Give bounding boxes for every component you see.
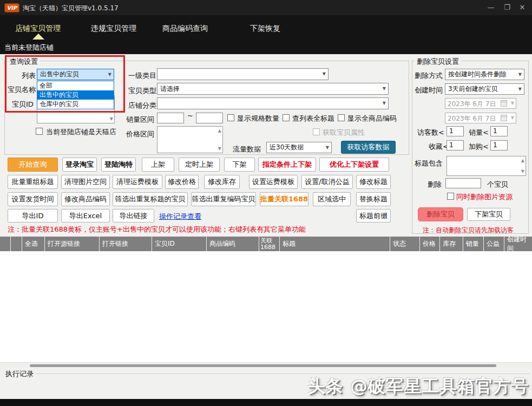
scroll-down-icon[interactable]: ▼ xyxy=(110,116,113,121)
modify-product-code-button[interactable]: 修改商品编码 xyxy=(61,192,110,206)
clean-image-space-button[interactable]: 清理图片空间 xyxy=(61,175,110,189)
delete-panel-note: 注：自动删除宝贝请先加载访客 xyxy=(423,226,514,235)
visitors-input[interactable]: 1 xyxy=(446,126,464,136)
modify-price-button[interactable]: 修改价格 xyxy=(165,175,199,189)
list-select[interactable]: 出售中的宝贝 ▼ xyxy=(37,69,114,80)
batch-rebuild-title-button[interactable]: 批量重组标题 xyxy=(8,175,58,189)
set-shipping-time-button[interactable]: 设置发货时间 xyxy=(8,192,58,206)
tab-offshelf-restore[interactable]: 下架恢复 xyxy=(250,24,280,34)
tmall-shop-checkbox[interactable] xyxy=(36,128,43,135)
chevron-down-icon: ▼ xyxy=(383,101,386,106)
table-col-sales[interactable]: 销量 xyxy=(463,237,484,251)
set-shipping-template-button[interactable]: 设置运费模板 xyxy=(249,175,298,189)
table-col-link-1688[interactable]: 关联1688 xyxy=(259,237,280,251)
traffic-range-select[interactable]: 近30天数据 ▼ xyxy=(266,142,332,153)
shelf-off-button[interactable]: 下架 xyxy=(224,158,255,172)
table-col-select-all[interactable]: 全选 xyxy=(22,237,45,251)
price-range-textarea[interactable]: ▲ ▼ xyxy=(157,126,223,153)
shop-category-select[interactable]: ▼ xyxy=(157,97,389,109)
show-spec-qty-checkbox[interactable] xyxy=(227,114,234,121)
clean-shipping-template-button[interactable]: 清理运费模板 xyxy=(113,175,162,189)
date-from-picker[interactable]: 2023年 6月 7日 ▼ xyxy=(445,98,516,109)
operation-log-link[interactable]: 操作记录查看 xyxy=(159,212,201,221)
tab-product-code-query[interactable]: 商品编码查询 xyxy=(162,24,208,34)
table-header: 全选 打开源链接 打开链接 宝贝ID 商品编码 关联1688 标题 状态 价格 … xyxy=(0,237,532,251)
price-range-label: 价格区间 xyxy=(126,129,154,139)
delete-images-checkbox[interactable] xyxy=(447,193,454,200)
vip-badge-icon: VIP xyxy=(4,3,19,12)
chevron-down-icon: ▼ xyxy=(511,101,514,106)
table-col-charity[interactable]: 公益 xyxy=(484,237,504,251)
chevron-down-icon: ▼ xyxy=(518,86,522,91)
scroll-up-icon[interactable]: ▲ xyxy=(218,128,221,133)
modify-title-button[interactable]: 修改标题 xyxy=(356,175,391,189)
dropdown-option-warehouse[interactable]: 仓库中的宝贝 xyxy=(37,100,114,109)
timed-shelf-on-button[interactable]: 定时上架 xyxy=(179,158,220,172)
get-visitor-data-button[interactable]: 获取访客数据 xyxy=(341,141,396,154)
delete-items-button[interactable]: 删除宝贝 xyxy=(418,207,463,221)
close-icon[interactable]: ✕ xyxy=(516,2,529,13)
title-prefix-button[interactable]: 标题前缀 xyxy=(356,209,391,222)
table-col-item-id[interactable]: 宝贝ID xyxy=(152,237,207,251)
start-query-button[interactable]: 开始查询 xyxy=(8,158,58,172)
sales-input[interactable]: 1 xyxy=(490,126,508,136)
favorites-label: 收藏< xyxy=(429,142,449,152)
cart-input[interactable]: 1 xyxy=(490,140,508,150)
batch-link-note: 注：批量关联1688黄标，仅主账号+出售中的宝贝才可以使用该功能；右键列表有其它… xyxy=(8,225,306,234)
table-body[interactable] xyxy=(0,251,532,363)
replace-title-button[interactable]: 替换标题 xyxy=(356,192,391,206)
date-to-value: 2023年 6月 7日 xyxy=(448,115,496,122)
table-col-create-time[interactable]: 创建时间 xyxy=(504,237,532,251)
maximize-icon[interactable]: ❐ xyxy=(501,2,514,13)
full-code-checkbox[interactable] xyxy=(338,114,345,121)
dropdown-option-onsale[interactable]: 出售中的宝贝 xyxy=(37,90,114,100)
tab-violation-item-management[interactable]: 违规宝贝管理 xyxy=(91,24,136,34)
export-link-button[interactable]: 导出链接 xyxy=(113,209,154,222)
table-col-open-source-link[interactable]: 打开源链接 xyxy=(45,237,100,251)
login-taobao-button[interactable]: 登录淘宝 xyxy=(62,158,97,172)
table-col-stock[interactable]: 库存 xyxy=(440,237,463,251)
minimize-icon[interactable]: — xyxy=(484,2,497,13)
offshelf-items-button[interactable]: 下架宝贝 xyxy=(467,208,510,221)
shelf-on-button[interactable]: 上架 xyxy=(142,158,174,172)
item-type-select[interactable]: 请选择 ▼ xyxy=(157,83,389,95)
scroll-down-icon[interactable]: ▼ xyxy=(521,169,524,174)
filter-duplicate-code-button[interactable]: 筛选出重复编码宝贝 xyxy=(191,192,256,206)
table-col-price[interactable]: 价格 xyxy=(420,237,440,251)
category-select[interactable]: ▼ xyxy=(157,68,329,80)
sales-range-max-input[interactable] xyxy=(196,113,223,123)
dropdown-option-all[interactable]: 全部 xyxy=(37,81,114,90)
date-to-picker[interactable]: 2023年 6月 7日 ▼ xyxy=(445,113,516,123)
batch-link-1688-button[interactable]: 批量关联1688 xyxy=(260,192,308,206)
scroll-down-icon[interactable]: ▼ xyxy=(218,146,221,151)
delete-count-input[interactable] xyxy=(445,178,481,188)
sales-range-min-input[interactable] xyxy=(157,113,184,123)
title-contains-textarea[interactable]: ▲ ▼ xyxy=(446,156,526,176)
export-id-button[interactable]: 导出ID xyxy=(8,209,58,222)
optimize-shelf-settings-button[interactable]: 优化上下架设置 xyxy=(319,158,389,172)
table-col-open-link[interactable]: 打开链接 xyxy=(100,237,152,251)
modify-stock-button[interactable]: 修改库存 xyxy=(204,175,240,189)
horizontal-scrollbar xyxy=(0,363,532,368)
full-title-checkbox[interactable] xyxy=(283,114,290,121)
delete-count-unit: 个宝贝 xyxy=(487,180,508,189)
delete-method-label: 删除方式 xyxy=(415,71,443,81)
table-col-product-code[interactable]: 商品编码 xyxy=(207,237,259,251)
horizontal-scrollbar-thumb[interactable] xyxy=(30,364,496,367)
table-col-status[interactable]: 状态 xyxy=(390,237,420,251)
chevron-down-icon: ▼ xyxy=(108,71,111,76)
set-charity-button[interactable]: 设置/取消公益 xyxy=(301,175,353,189)
login-taote-button[interactable]: 登陆淘特 xyxy=(101,158,136,172)
create-time-select[interactable]: 3天前创建的宝贝 ▼ xyxy=(445,83,524,95)
filter-duplicate-title-button[interactable]: 筛选出重复标题的宝贝 xyxy=(113,192,188,206)
chevron-down-icon: ▼ xyxy=(326,145,329,149)
delete-count-label: 删除 xyxy=(428,180,442,189)
favorites-input[interactable]: 1 xyxy=(446,140,464,150)
area-select-button[interactable]: 区域选中 xyxy=(313,192,351,206)
table-col-title[interactable]: 标题 xyxy=(280,237,390,251)
conditional-shelf-button[interactable]: 指定条件上下架 xyxy=(258,158,316,172)
scroll-up-icon[interactable]: ▲ xyxy=(521,158,524,163)
tab-shop-item-management[interactable]: 店铺宝贝管理 xyxy=(15,24,61,34)
export-excel-button[interactable]: 导出Excel xyxy=(61,209,110,222)
delete-method-select[interactable]: 按创建时间条件删除 ▼ xyxy=(445,69,524,80)
